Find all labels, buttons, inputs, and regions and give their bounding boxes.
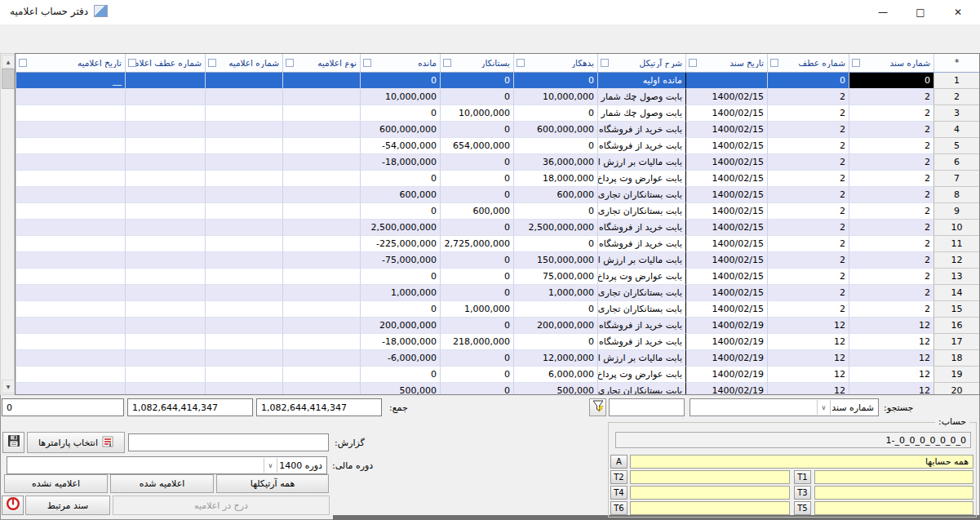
account-a-button[interactable]: A	[610, 455, 627, 469]
grid-cell-credit[interactable]: 0	[440, 269, 513, 285]
grid-cell-ref_no[interactable]: 2	[767, 269, 849, 285]
table-row[interactable]: 6221400/02/15بابت مالیات بر ارزش ا36,000…	[16, 154, 979, 171]
grid-cell-decl_date[interactable]	[16, 236, 125, 252]
grid-cell-balance[interactable]: 2,500,000,000	[360, 220, 440, 236]
grid-cell-doc_no[interactable]: 2	[849, 105, 933, 122]
grid-cell-decl_date[interactable]	[16, 285, 125, 301]
grid-cell-decl_date[interactable]: __	[16, 73, 125, 89]
grid-cell-article_desc[interactable]: بابت مالیات بر ارزش ا	[597, 350, 685, 367]
grid-cell-balance[interactable]: 0	[360, 73, 440, 89]
grid-cell-debit[interactable]: 500,000	[513, 383, 597, 395]
grid-cell-decl_date[interactable]	[16, 203, 125, 220]
grid-cell-debit[interactable]: 0	[513, 203, 597, 220]
all-articles-button[interactable]: همه آرتیکلها	[216, 474, 329, 493]
grid-cell-article_desc[interactable]: بابت وصول چك شمار	[597, 89, 685, 105]
grid-cell-num[interactable]: 17	[933, 334, 979, 350]
account-t5-button[interactable]: T5	[794, 501, 811, 515]
save-button[interactable]	[2, 432, 24, 453]
grid-cell-decl_no[interactable]	[205, 203, 282, 220]
grid-cell-ref_no[interactable]: 2	[767, 171, 849, 187]
grid-cell-decl_date[interactable]	[16, 171, 125, 187]
grid-cell-doc_date[interactable]	[685, 73, 767, 89]
grid-cell-credit[interactable]: 654,000,000	[440, 138, 513, 154]
table-row[interactable]: 7221400/02/15بابت عوارض وت پرداخ18,000,0…	[16, 171, 979, 187]
grid-cell-doc_no[interactable]: 12	[849, 383, 933, 395]
account-t5-field[interactable]	[814, 501, 973, 515]
grid-cell-doc_no[interactable]: 12	[849, 350, 933, 367]
grid-cell-decl_no[interactable]	[205, 285, 282, 301]
grid-cell-credit[interactable]: 218,000,000	[440, 334, 513, 350]
grid-cell-credit[interactable]: 10,000,000	[440, 105, 513, 122]
grid-cell-decl_type[interactable]	[282, 154, 360, 171]
fiscal-period-combobox[interactable]: دوره 1400 ∨	[7, 456, 327, 474]
grid-cell-decl_date[interactable]	[16, 105, 125, 122]
grid-cell-decl_ref_no[interactable]	[125, 285, 205, 301]
grid-cell-decl_type[interactable]	[282, 269, 360, 285]
grid-cell-num[interactable]: 1	[933, 73, 979, 89]
grid-cell-article_desc[interactable]: بابت بستانكاران تجاری	[597, 301, 685, 318]
grid-cell-doc_no[interactable]: 12	[849, 334, 933, 350]
table-row[interactable]: 2012121400/02/19بابت بستانكاران تجاری500…	[16, 383, 979, 395]
grid-cell-doc_no[interactable]: 2	[849, 203, 933, 220]
grid-cell-num[interactable]: 20	[933, 383, 979, 395]
grid-cell-decl_date[interactable]	[16, 301, 125, 318]
grid-cell-decl_type[interactable]	[282, 220, 360, 236]
insert-in-declaration-button[interactable]: درج در اعلامیه	[113, 496, 330, 515]
table-row[interactable]: 100مانده اولیه000__	[16, 73, 979, 89]
scroll-up-icon[interactable]: ▲	[2, 55, 15, 69]
grid-cell-decl_ref_no[interactable]	[125, 350, 205, 367]
grid-cell-decl_ref_no[interactable]	[125, 89, 205, 105]
report-input[interactable]	[128, 433, 329, 451]
grid-cell-ref_no[interactable]: 2	[767, 89, 849, 105]
grid-cell-decl_date[interactable]	[16, 138, 125, 154]
grid-cell-balance[interactable]: -54,000,000	[360, 138, 440, 154]
grid-cell-num[interactable]: 15	[933, 301, 979, 318]
grid-cell-decl_ref_no[interactable]	[125, 73, 205, 89]
grid-cell-doc_date[interactable]: 1400/02/19	[685, 318, 767, 334]
grid-cell-decl_ref_no[interactable]	[125, 252, 205, 269]
grid-cell-ref_no[interactable]: 2	[767, 154, 849, 171]
column-header-article_desc[interactable]: شرح آرتیکل	[597, 54, 685, 72]
grid-cell-decl_type[interactable]	[282, 171, 360, 187]
grid-cell-decl_no[interactable]	[205, 89, 282, 105]
grid-cell-article_desc[interactable]: بابت خرید از فروشگاه	[597, 334, 685, 350]
minimize-button[interactable]: —	[864, 0, 902, 24]
grid-cell-num[interactable]: 18	[933, 350, 979, 367]
grid-cell-doc_date[interactable]: 1400/02/19	[685, 367, 767, 383]
grid-cell-num[interactable]: 5	[933, 138, 979, 154]
column-checkbox[interactable]	[19, 59, 27, 67]
grid-cell-doc_no[interactable]: 2	[849, 252, 933, 269]
table-row[interactable]: 4221400/02/15بابت خرید از فروشگاه600,000…	[16, 122, 979, 138]
grid-cell-decl_no[interactable]	[205, 350, 282, 367]
grid-cell-doc_no[interactable]: 12	[849, 318, 933, 334]
grid-cell-debit[interactable]: 0	[513, 73, 597, 89]
account-t4-field[interactable]	[630, 486, 790, 500]
grid-cell-ref_no[interactable]: 0	[767, 73, 849, 89]
not-declared-button[interactable]: اعلامیه نشده	[4, 474, 108, 493]
grid-cell-decl_ref_no[interactable]	[125, 171, 205, 187]
grid-cell-balance[interactable]: -6,000,000	[360, 350, 440, 367]
grid-cell-decl_date[interactable]	[16, 89, 125, 105]
grid-cell-decl_ref_no[interactable]	[125, 301, 205, 318]
maximize-button[interactable]: □	[902, 0, 939, 24]
grid-cell-doc_no[interactable]: 2	[849, 269, 933, 285]
grid-cell-num[interactable]: 12	[933, 252, 979, 269]
grid-cell-doc_date[interactable]: 1400/02/15	[685, 89, 767, 105]
grid-cell-doc_no[interactable]: 2	[849, 187, 933, 203]
table-row[interactable]: 1612121400/02/19بابت خرید از فروشگاه200,…	[16, 318, 979, 334]
grid-cell-doc_no[interactable]: 2	[849, 89, 933, 105]
grid-cell-doc_date[interactable]: 1400/02/15	[685, 236, 767, 252]
grid-cell-balance[interactable]: 0	[360, 171, 440, 187]
grid-cell-decl_ref_no[interactable]	[125, 187, 205, 203]
grid-cell-debit[interactable]: 18,000,000	[513, 171, 597, 187]
grid-cell-doc_no[interactable]: 2	[849, 220, 933, 236]
grid-cell-decl_type[interactable]	[282, 318, 360, 334]
grid-cell-doc_date[interactable]: 1400/02/15	[685, 171, 767, 187]
column-checkbox[interactable]	[208, 59, 216, 67]
grid-cell-decl_no[interactable]	[205, 171, 282, 187]
grid-cell-credit[interactable]: 0	[440, 122, 513, 138]
grid-cell-decl_type[interactable]	[282, 203, 360, 220]
grid-cell-balance[interactable]: -75,000,000	[360, 252, 440, 269]
grid-cell-debit[interactable]: 36,000,000	[513, 154, 597, 171]
table-row[interactable]: 1712121400/02/19بابت خرید از فروشگاه0218…	[16, 334, 979, 350]
